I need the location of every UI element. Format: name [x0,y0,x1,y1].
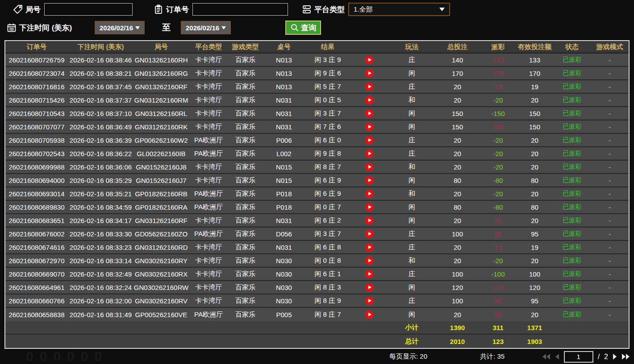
first-page-button[interactable] [542,354,551,360]
status-cell: 已派彩 [553,94,591,106]
play-icon[interactable] [365,256,374,265]
play-icon[interactable] [365,283,374,292]
valid-bet-cell: 95 [516,294,553,307]
result-cell: 闲 6 庄 8 [305,241,350,253]
play-icon[interactable] [365,176,374,185]
status-cell: 已派彩 [553,147,591,160]
play-icon[interactable] [365,149,374,158]
platform-type-cell: 卡卡湾厅 [189,294,228,307]
play-icon[interactable] [365,69,374,78]
table-number-cell: P018 [263,187,305,200]
search-button[interactable]: 查询 [285,21,321,35]
play-icon[interactable] [365,216,374,225]
valid-bet-cell: 20 [516,94,553,106]
bet-time-cell: 2026-02-16 08:37:45 [68,80,133,93]
play-cell [350,134,389,146]
column-header-12: 有效投注额 [516,41,553,53]
order-number-cell: 260216080707077 [5,120,68,133]
subtotal-total-bet: 1390 [435,321,480,334]
payout-cell: -20 [480,147,516,160]
order-number-filter: 订单号 [153,3,288,16]
total-bet-cell: 20 [435,80,480,93]
status-cell: 已派彩 [553,174,591,186]
game-type-cell: 百家乐 [228,254,263,267]
bet-type-cell: 闲 [389,120,435,133]
platform-type-cell: 卡卡湾厅 [189,174,228,186]
valid-bet-cell: 20 [516,161,553,173]
table-number-cell: N013 [263,54,305,66]
bet-time-cell: 2026-02-16 08:32:24 [68,281,133,294]
table-number-cell: N030 [263,294,305,307]
play-icon[interactable] [365,83,374,91]
order-number-cell: 260216080715426 [5,94,68,106]
bet-type-cell: 闲 [389,107,435,120]
payout-cell: -20 [480,134,516,146]
next-page-button[interactable] [613,354,617,360]
column-header-10: 总投注 [435,41,480,53]
play-icon[interactable] [365,163,374,171]
play-cell [350,80,389,93]
prev-page-button[interactable] [555,354,559,360]
last-page-button[interactable] [621,354,630,360]
table-row: 2602160806940002026-02-16 08:35:29GN0152… [5,174,629,187]
round-number-input[interactable] [44,3,133,16]
valid-bet-cell: 100 [516,268,553,280]
table-row: 2602160807059382026-02-16 08:36:39GP0062… [5,134,629,147]
status-cell: 已派彩 [553,201,591,213]
play-icon[interactable] [365,270,374,278]
total-bet-cell: 170 [435,67,480,79]
play-icon[interactable] [365,230,374,238]
platform-type-cell: 卡卡湾厅 [189,214,228,227]
result-cell: 闲 6 庄 2 [305,214,350,227]
table-row: 2602160806649612026-02-16 08:32:24GN0302… [5,281,629,294]
total-count-label: 共计: [480,352,495,360]
per-page-value: 20 [420,352,427,360]
betting-records-page: 局号 订单号 平台类型 1.全部 下注时间 (美东) [0,0,634,364]
play-icon[interactable] [365,310,374,319]
game-mode-cell: - [591,254,629,267]
grand-total-payout: 123 [480,335,516,348]
table-number-cell: N031 [263,214,305,227]
payout-cell: 19 [480,80,516,93]
play-icon[interactable] [365,109,374,118]
per-page-info: 每页显示: 20 [389,352,427,361]
play-icon[interactable] [365,203,374,211]
platform-type-cell: 卡卡湾厅 [189,254,228,267]
play-icon[interactable] [365,56,374,64]
platform-type-cell: PA欧洲厅 [189,308,228,321]
order-number-input[interactable] [192,3,288,16]
bet-time-cell: 2026-02-16 08:36:39 [68,134,133,146]
table-number-cell: L002 [263,147,305,160]
total-bet-cell: 80 [435,201,480,213]
play-cell [350,241,389,253]
total-bet-cell: 20 [435,147,480,160]
result-cell: 闲 0 庄 7 [305,201,350,213]
order-number-cell: 260216080705938 [5,134,68,146]
play-cell [350,281,389,294]
bet-type-cell: 庄 [389,147,435,160]
table-number-cell: P018 [263,201,305,213]
play-icon[interactable] [365,190,374,198]
current-page-input[interactable]: 1 [564,351,593,363]
game-mode-cell: - [591,268,629,280]
date-from-picker[interactable]: 2026/02/16 [95,21,145,34]
game-type-cell: 百家乐 [228,268,263,280]
play-icon[interactable] [365,96,374,104]
table-row: 2602160806746162026-02-16 08:33:23GN0312… [5,241,629,254]
date-to-picker[interactable]: 2026/02/16 [181,21,231,34]
game-type-cell: 百家乐 [228,228,263,240]
play-icon[interactable] [365,297,374,305]
status-cell: 已派彩 [553,161,591,173]
payout-cell: 170 [480,67,516,79]
platform-type-select[interactable]: 1.全部 [348,3,450,16]
game-type-cell: 百家乐 [228,308,263,321]
play-icon[interactable] [365,136,374,145]
play-cell [350,107,389,120]
table-row: 2602160806760022026-02-16 08:33:30GD0562… [5,228,629,241]
play-cell [350,67,389,79]
valid-bet-cell: 20 [516,308,553,321]
play-icon[interactable] [365,243,374,252]
play-icon[interactable] [365,123,374,131]
payout-cell: -100 [480,268,516,280]
round-number-cell: GP006262160W2 [133,134,189,146]
